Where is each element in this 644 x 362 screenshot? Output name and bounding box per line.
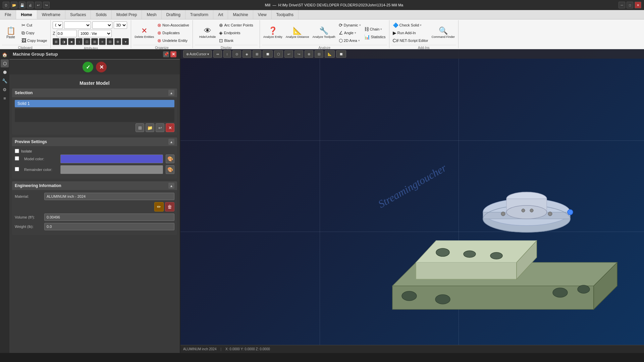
vp-btn-10[interactable]: ⊕: [305, 50, 313, 58]
analyze-entity-button[interactable]: ❓ Analyze Entity: [262, 22, 284, 44]
paste-button[interactable]: 📋 Paste: [2, 22, 19, 44]
undelete-button[interactable]: ⊗ Undelete Entity: [156, 37, 190, 44]
delete-entities-button[interactable]: ✕ Delete Entities: [133, 22, 155, 44]
weight-field[interactable]: [44, 223, 174, 230]
minimize-btn[interactable]: ─: [619, 2, 625, 8]
tab-surfaces[interactable]: Surfaces: [65, 10, 91, 19]
attr-btn-6[interactable]: ⊞: [91, 38, 98, 45]
hide-unhide-button[interactable]: 👁 Hide/Unhide: [198, 22, 217, 44]
net-script-button[interactable]: C# NET-Script Editor: [391, 37, 430, 44]
attr-btn-8[interactable]: ⊟: [107, 38, 113, 45]
viewport[interactable]: ⊕ AutoCursor ▾ ⇔ ↕ ⊙ ◈ ⊞ 🔲 ⬡ ↩ ↪ ⊕ ⊟ 📐 🔲…: [180, 49, 644, 353]
dialog-ok-button[interactable]: ✓: [83, 62, 93, 72]
cut-button[interactable]: ✂ Cut: [20, 21, 48, 29]
vp-btn-5[interactable]: ⊞: [253, 50, 261, 58]
vp-btn-4[interactable]: ◈: [243, 50, 251, 58]
tab-solids[interactable]: Solids: [91, 10, 112, 19]
vp-btn-6[interactable]: 🔲: [263, 50, 273, 58]
attr-btn-5[interactable]: ⊡: [84, 38, 90, 45]
view-select[interactable]: 3D: [114, 21, 127, 29]
close-btn[interactable]: ✕: [635, 2, 641, 8]
non-associative-button[interactable]: ⊗ Non-Associative: [156, 21, 190, 29]
left-icon-solid[interactable]: ⬡: [1, 59, 9, 67]
model-color-swatch[interactable]: [60, 155, 163, 163]
tab-art[interactable]: Art: [213, 10, 228, 19]
left-icon-settings[interactable]: ⚙: [1, 85, 9, 94]
vp-btn-2[interactable]: ↕: [223, 50, 231, 58]
left-icon-layer[interactable]: ≡: [1, 94, 9, 102]
vp-btn-8[interactable]: ↩: [284, 50, 293, 58]
left-icon-toolpath[interactable]: 🔧: [1, 77, 9, 85]
tab-mesh[interactable]: Mesh: [142, 10, 161, 19]
tab-machine[interactable]: Machine: [228, 10, 253, 19]
qat-undo[interactable]: ↩: [35, 2, 42, 8]
vp-btn-7[interactable]: ⬡: [274, 50, 283, 58]
endpoints-button[interactable]: ◈ Endpoints: [218, 29, 254, 37]
check-solid-button[interactable]: 🔷 Check Solid ▾: [391, 21, 430, 29]
panel-pin-button[interactable]: 📌: [163, 51, 169, 57]
preview-collapse-button[interactable]: ▲: [168, 139, 174, 145]
selection-section-header[interactable]: Selection ▲: [12, 88, 177, 97]
tab-modelprep[interactable]: Model Prep: [112, 10, 142, 19]
remainder-color-swatch[interactable]: [60, 165, 163, 174]
material-edit-button[interactable]: ✏: [154, 202, 164, 212]
attr-btn-7[interactable]: ≡: [99, 38, 106, 45]
angle-button[interactable]: ∠ Angle ▾: [337, 29, 362, 37]
vp-btn-12[interactable]: 📐: [325, 50, 335, 58]
volume-field[interactable]: [44, 214, 174, 221]
scale-select[interactable]: 1000 : Vie: [78, 30, 112, 37]
model-color-picker-button[interactable]: 🎨: [166, 155, 174, 163]
tab-transform[interactable]: Transform: [185, 10, 213, 19]
line-style-select[interactable]: [64, 21, 91, 29]
qat-print[interactable]: 🖨: [27, 2, 34, 8]
vp-btn-13[interactable]: 🔲: [336, 50, 346, 58]
attr-expand[interactable]: ▾: [122, 38, 129, 45]
autocursor-button[interactable]: ⊕ AutoCursor ▾: [183, 50, 212, 58]
chain-button[interactable]: ⛓ Chain ▾: [363, 25, 387, 33]
attr-btn-3[interactable]: ■: [68, 38, 75, 45]
copy-image-button[interactable]: 🖼 Copy Image: [20, 37, 48, 44]
material-field[interactable]: [44, 193, 174, 200]
blank-button[interactable]: ⊡ Blank: [218, 37, 254, 44]
selection-folder-button[interactable]: 📁: [146, 123, 154, 132]
statistics-button[interactable]: 📊 Statistics: [363, 33, 387, 41]
selection-item[interactable]: Solid 1: [15, 100, 174, 107]
maximize-btn[interactable]: □: [627, 2, 633, 8]
tab-toolpaths[interactable]: Toolpaths: [272, 10, 299, 19]
selection-remove-button[interactable]: ↩: [156, 123, 164, 132]
attr-btn-2[interactable]: ◑: [60, 38, 67, 45]
material-delete-button[interactable]: 🗑: [165, 202, 174, 212]
model-color-checkbox[interactable]: [15, 156, 19, 161]
duplicates-button[interactable]: ⊗ Duplicates: [156, 29, 190, 37]
dialog-cancel-button[interactable]: ✕: [96, 62, 107, 72]
layer-select[interactable]: 0: [53, 21, 63, 29]
remainder-color-checkbox[interactable]: [15, 167, 19, 171]
selection-clear-button[interactable]: ✕: [166, 123, 174, 132]
tab-drafting[interactable]: Drafting: [162, 10, 185, 19]
left-icon-wireframe[interactable]: ⬢: [1, 68, 9, 76]
engineering-section-header[interactable]: Engineering Information ▲: [12, 181, 177, 190]
remainder-color-picker-button[interactable]: 🎨: [166, 165, 174, 174]
qat-redo[interactable]: ↪: [43, 2, 50, 8]
panel-close-button[interactable]: ✕: [170, 51, 176, 57]
qat-new[interactable]: 🗋: [3, 2, 9, 8]
vp-btn-9[interactable]: ↪: [294, 50, 303, 58]
arc-center-points-button[interactable]: ⊕ Arc Center Points: [218, 21, 254, 29]
z-input[interactable]: [57, 30, 77, 37]
copy-button[interactable]: ⧉ Copy: [20, 29, 48, 37]
attr-btn-9[interactable]: ⊕: [114, 38, 121, 45]
tab-file[interactable]: File: [0, 10, 16, 19]
attr-btn-4[interactable]: ↕: [76, 38, 83, 45]
dynamic-button[interactable]: ⟳ Dynamic ▾: [337, 21, 362, 29]
vp-btn-1[interactable]: ⇔: [213, 50, 222, 58]
line-width-select[interactable]: [92, 21, 112, 29]
area2d-button[interactable]: ⬡ 2D Area ▾: [337, 37, 362, 44]
attr-btn-1[interactable]: ⊞: [53, 38, 59, 45]
vp-btn-3[interactable]: ⊙: [232, 50, 241, 58]
vp-btn-11[interactable]: ⊟: [315, 50, 323, 58]
tab-view[interactable]: View: [253, 10, 272, 19]
isolate-checkbox[interactable]: [15, 149, 19, 153]
command-finder-button[interactable]: 🔍 Command Finder: [430, 22, 456, 44]
selection-add-button[interactable]: ⊞: [136, 123, 144, 132]
engineering-collapse-button[interactable]: ▲: [168, 183, 174, 189]
